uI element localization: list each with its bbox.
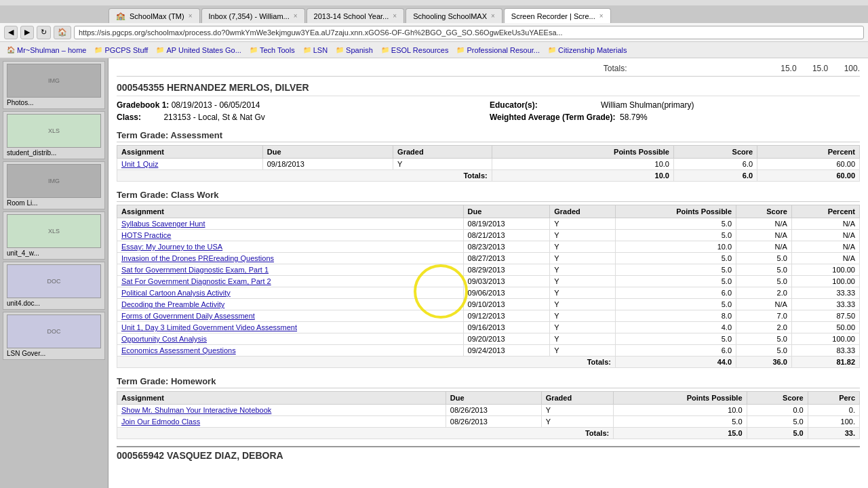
bookmark-pgcps[interactable]: 📁 PGCPS Stuff [92, 45, 151, 55]
sidebar-thumb: DOC [7, 264, 101, 298]
sidebar-item-doc2[interactable]: DOC LSN Gover... [3, 312, 105, 360]
bookmark-label: PGCPS Stuff [104, 46, 148, 54]
bookmark-lsn[interactable]: 📁 LSN [300, 45, 330, 55]
assignment-link[interactable]: Syllabus Scavenger Hunt [121, 220, 205, 228]
page-totals-row: Totals: 15.0 15.0 100. [117, 64, 860, 77]
due-date: 09/06/2013 [463, 287, 550, 299]
graded-flag: Y [550, 230, 616, 241]
classwork-section-title: Term Grade: Class Work [117, 188, 860, 202]
sidebar-thumb: IMG [7, 164, 101, 198]
bookmark-esol[interactable]: 📁 ESOL Resources [378, 45, 452, 55]
class-value: 213153 - Local, St & Nat Gv [163, 113, 264, 122]
bookmark-home[interactable]: 🏠 Mr~Shulman – home [4, 45, 89, 55]
table-row: Join Our Edmodo Class 08/26/2013 Y 5.0 5… [117, 416, 860, 428]
col-due: Due [446, 392, 541, 405]
points-possible: 5.0 [615, 218, 736, 230]
graded-flag: Y [550, 345, 616, 357]
assignment-link[interactable]: Unit 1 Quiz [121, 160, 158, 168]
col-score: Score [736, 205, 792, 218]
assignment-link[interactable]: HOTS Practice [121, 231, 171, 239]
score-value: 5.0 [747, 416, 808, 428]
score-value: N/A [736, 230, 792, 241]
bookmark-label: Tech Tools [260, 46, 295, 54]
folder-icon: 📁 [303, 46, 311, 54]
table-row: HOTS Practice 08/21/2013 Y 5.0 N/A N/A [117, 230, 860, 241]
assignment-link[interactable]: Show Mr. Shulman Your Interactive Notebo… [121, 406, 271, 414]
graded-flag: Y [550, 218, 616, 230]
folder-icon: 📁 [381, 46, 389, 54]
sidebar-thumb: DOC [7, 314, 101, 348]
tab-1[interactable]: 🏫 SchoolMax (TM) × [108, 8, 200, 23]
col-percent: Percent [757, 146, 860, 159]
tab-close[interactable]: × [393, 12, 397, 20]
assignment-link[interactable]: Opportunity Cost Analysis [121, 335, 207, 343]
gradebook-label: Gradebook 1: [117, 100, 172, 110]
col-assignment: Assignment [117, 392, 446, 405]
due-date: 09/03/2013 [463, 276, 550, 287]
sidebar-item-photos[interactable]: IMG Photos... [3, 61, 105, 109]
tab-close[interactable]: × [189, 12, 193, 20]
student2-id: 000565942 [117, 450, 167, 461]
sidebar-item-room[interactable]: IMG Room Li... [3, 161, 105, 209]
assignment-link[interactable]: Sat for Government Diagnostic Exam, Part… [121, 266, 269, 274]
home-icon: 🏠 [7, 46, 15, 54]
address-bar[interactable] [74, 26, 864, 39]
educators-value: William Shulman(primary) [601, 100, 694, 110]
totals-points: 15.0 [781, 64, 796, 73]
assignment-link[interactable]: Decoding the Preamble Activity [121, 300, 224, 308]
due-date: 08/26/2013 [446, 416, 541, 428]
points-possible: 5.0 [615, 264, 736, 276]
sidebar-item-xls2[interactable]: XLS unit_4_w... [3, 211, 105, 260]
tab-label: Inbox (7,354) - William... [209, 12, 290, 20]
browser-chrome [0, 0, 868, 5]
percent-value: 0. [808, 405, 859, 416]
score-value: 2.0 [736, 322, 792, 333]
tab-4[interactable]: Schooling SchoolMAX × [406, 8, 502, 23]
bookmark-tech[interactable]: 📁 Tech Tools [247, 45, 298, 55]
homework-table: Assignment Due Graded Points Possible Sc… [117, 391, 860, 439]
table-row: Essay: My Journey to the USA 08/23/2013 … [117, 241, 860, 253]
bookmark-professional[interactable]: 📁 Professional Resour... [454, 45, 542, 55]
tab-5[interactable]: Screen Recorder | Scre... × [504, 8, 611, 23]
assignment-link[interactable]: Invasion of the Drones PREreading Questi… [121, 254, 274, 262]
bookmark-ap[interactable]: 📁 AP United States Go... [153, 45, 243, 55]
tab-close[interactable]: × [599, 12, 604, 20]
score-value: N/A [736, 218, 792, 230]
graded-flag: Y [393, 159, 492, 170]
due-date: 09/24/2013 [463, 345, 550, 357]
bookmark-spanish[interactable]: 📁 Spanish [333, 45, 376, 55]
assignment-link[interactable]: Forms of Government Daily Assessment [121, 312, 255, 320]
home-button[interactable]: 🏠 [54, 26, 71, 39]
tab-2[interactable]: Inbox (7,354) - William... × [201, 8, 305, 23]
col-points: Points Possible [615, 205, 736, 218]
due-date: 08/23/2013 [463, 241, 550, 253]
assignment-link[interactable]: Sat For Government Diagnostic Exam, Part… [121, 277, 271, 285]
back-button[interactable]: ◀ [4, 26, 18, 39]
assessment-table: Assignment Due Graded Points Possible Sc… [117, 145, 860, 182]
bookmark-citizenship[interactable]: 📁 Citizenship Materials [545, 45, 629, 55]
sidebar-item-xls1[interactable]: XLS student_distrib... [3, 111, 105, 159]
totals-score: 5.0 [747, 428, 808, 439]
tab-3[interactable]: 2013-14 School Year... × [307, 8, 405, 23]
assignment-link[interactable]: Essay: My Journey to the USA [121, 243, 222, 251]
totals-points: 10.0 [492, 170, 673, 182]
assignment-link[interactable]: Economics Assessment Questions [121, 346, 236, 354]
folder-icon: 📁 [548, 46, 556, 54]
percent-value: N/A [791, 241, 859, 253]
refresh-button[interactable]: ↻ [37, 26, 51, 39]
score-value: 0.0 [747, 405, 808, 416]
student1-meta: Gradebook 1: 08/19/2013 - 06/05/2014 Edu… [117, 100, 860, 122]
forward-button[interactable]: ▶ [20, 26, 34, 39]
percent-value: 87.50 [791, 310, 859, 322]
assignment-link[interactable]: Political Cartoon Analysis Activity [121, 289, 231, 297]
classwork-table: Assignment Due Graded Points Possible Sc… [117, 205, 860, 368]
assignment-link[interactable]: Join Our Edmodo Class [121, 418, 200, 426]
assignment-link[interactable]: Unit 1, Day 3 Limited Government Video A… [121, 323, 297, 331]
student1-header: 000545355 HERNANDEZ MERLOS, DILVER [117, 82, 860, 96]
graded-flag: Y [541, 405, 614, 416]
bookmark-label: Professional Resour... [467, 46, 540, 54]
tab-close[interactable]: × [491, 12, 495, 20]
tab-close[interactable]: × [294, 12, 298, 20]
sidebar-item-doc1[interactable]: DOC unit4.doc... [3, 262, 105, 310]
totals-points: 15.0 [614, 428, 747, 439]
